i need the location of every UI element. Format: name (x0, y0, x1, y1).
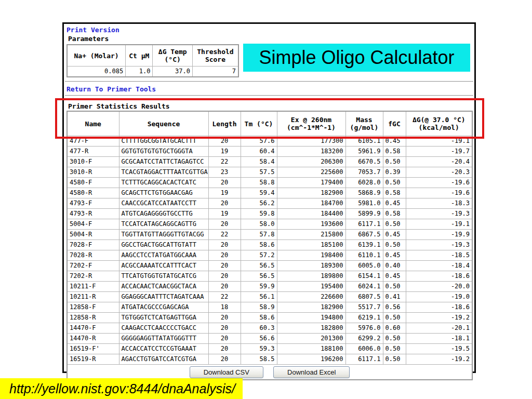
results-cell: 20 (208, 323, 241, 334)
results-cell: 6117.1 (345, 354, 383, 365)
param-header-cell: Ct µM (126, 45, 153, 66)
results-cell: 196200 (277, 354, 345, 365)
results-cell: 20 (208, 219, 241, 230)
table-row: 16519-F'ACCACCATCCTCCGTGAAAT2059.3188100… (67, 344, 472, 354)
table-row: 4793-RATGTCAGAGGGGTGCCTTG1959.8184400589… (67, 209, 472, 219)
results-cell: 59.3 (241, 344, 277, 354)
results-cell: 6154.1 (345, 271, 383, 282)
table-row: 7202-RTTCATGTGGTGTATGCATCG2056.518980061… (67, 271, 472, 282)
results-cell: 225600 (277, 167, 345, 178)
results-cell: ACCACCATCCTCCGTGAAAT (119, 344, 208, 354)
results-cell: 194800 (277, 313, 345, 323)
results-cell: -19.9 (406, 230, 472, 240)
divider (65, 95, 473, 96)
results-cell: -18.3 (406, 198, 472, 209)
results-cell: 20 (208, 198, 241, 209)
results-cell: 0.50 (383, 334, 406, 344)
table-row: 14470-RGGGGGAGGTTATATGGGTTT2056.62013006… (67, 334, 472, 344)
results-cell: 58.6 (241, 240, 277, 250)
return-to-primer-tools-link[interactable]: Return To Primer Tools (66, 85, 156, 93)
results-cell: 195400 (277, 282, 345, 292)
results-cell: 182900 (277, 188, 345, 198)
results-cell: 14470-F (67, 323, 119, 334)
results-cell: 6005.0 (345, 261, 383, 271)
results-cell: 58.8 (241, 178, 277, 188)
title-banner: Simple Oligo Calculator (243, 44, 470, 72)
results-cell: 182800 (277, 323, 345, 334)
results-cell: 60.4 (241, 147, 277, 157)
results-cell: 5004-F (67, 219, 119, 230)
results-cell: 5517.7 (345, 302, 383, 313)
results-cell: -19.3 (406, 240, 472, 250)
button-row: Download CSV Download Excel (67, 365, 472, 380)
results-cell: -19.7 (406, 147, 472, 157)
results-cell: 4793-R (67, 209, 119, 219)
results-cell: 477-R (67, 147, 119, 157)
results-cell: ACGCCAAAATCCATTTCACT (119, 261, 208, 271)
results-cell: 22 (208, 292, 241, 302)
table-row: 12858-RTGTGGGTCTCATGAGTTGGA2058.61948006… (67, 313, 472, 323)
results-cell: -19.6 (406, 178, 472, 188)
results-cell: 184400 (277, 209, 345, 219)
divider (65, 81, 473, 82)
results-cell: -19.6 (406, 188, 472, 198)
results-cell: 57.5 (241, 167, 277, 178)
results-cell: 6807.5 (345, 292, 383, 302)
results-cell: 23 (208, 167, 241, 178)
results-cell: 56.1 (241, 292, 277, 302)
results-cell: 7202-R (67, 271, 119, 282)
download-csv-button[interactable]: Download CSV (190, 366, 263, 378)
results-cell: 18 (208, 302, 241, 313)
results-cell: 188100 (277, 344, 345, 354)
results-cell: 20 (208, 178, 241, 188)
results-cell: -19.2 (406, 313, 472, 323)
results-cell: 0.50 (383, 282, 406, 292)
results-cell: 22 (208, 230, 241, 240)
param-value-cell: 7 (192, 66, 238, 77)
table-row: 5004-FTCCATCATAGCAGGCAGTTG2058.019360061… (67, 219, 472, 230)
url-highlight: http://yellow.nist.gov:8444/dnaAnalysis/ (0, 378, 243, 399)
parameters-table: Na+ (Molar)Ct µMΔG Temp (°C)Threshold Sc… (66, 44, 239, 77)
results-cell: AAGCCTCCTATGATGGCAAA (119, 250, 208, 261)
results-cell: 20 (208, 344, 241, 354)
results-cell: 20 (208, 261, 241, 271)
results-cell: 6139.1 (345, 240, 383, 250)
results-cell: 20 (208, 271, 241, 282)
results-cell: 20 (208, 240, 241, 250)
results-cell: 20 (208, 334, 241, 344)
results-cell: 0.45 (383, 230, 406, 240)
results-cell: -19.3 (406, 209, 472, 219)
download-excel-button[interactable]: Download Excel (273, 366, 350, 378)
results-cell: 0.50 (383, 344, 406, 354)
results-cell: TCTTTGCAGGCACACTCATC (119, 178, 208, 188)
results-cell: 0.50 (383, 240, 406, 250)
results-cell: -18.6 (406, 302, 472, 313)
table-row: 3010-FGCGCAATCCTATTCTAGAGTCC2258.4206300… (67, 157, 472, 167)
results-cell: 0.40 (383, 261, 406, 271)
app-window: Print Version Parameters Na+ (Molar)Ct µ… (62, 22, 476, 373)
results-cell: GCAGCTTCTGTGGAACGAG (119, 188, 208, 198)
results-cell: 7028-F (67, 240, 119, 250)
results-cell: 182900 (277, 302, 345, 313)
results-cell: 58.5 (241, 354, 277, 365)
results-cell: 20 (208, 354, 241, 365)
results-cell: -18.6 (406, 271, 472, 282)
results-cell: 7202-F (67, 261, 119, 271)
results-cell: GGAGGGCAATTTCTAGATCAAA (119, 292, 208, 302)
results-cell: 226600 (277, 292, 345, 302)
results-cell: -19.0 (406, 292, 472, 302)
table-row: 16519-RAGACCTGTGATCCATCGTGA2058.51962006… (67, 354, 472, 365)
results-cell: 7053.7 (345, 167, 383, 178)
results-cell: 5004-R (67, 230, 119, 240)
results-table: NameSequenceLengthTm (°C)Ex @ 260nm (cm^… (66, 111, 473, 380)
print-version-link[interactable]: Print Version (66, 26, 119, 34)
results-cell: -20.4 (406, 157, 472, 167)
results-cell: 5961.9 (345, 147, 383, 157)
results-cell: 0.58 (383, 209, 406, 219)
results-cell: 10211-R (67, 292, 119, 302)
results-cell: 215800 (277, 230, 345, 240)
results-cell: 56.5 (241, 261, 277, 271)
table-row: 10211-RGGAGGGCAATTTCTAGATCAAA2256.122660… (67, 292, 472, 302)
results-cell: 185100 (277, 240, 345, 250)
results-cell: -20.0 (406, 282, 472, 292)
